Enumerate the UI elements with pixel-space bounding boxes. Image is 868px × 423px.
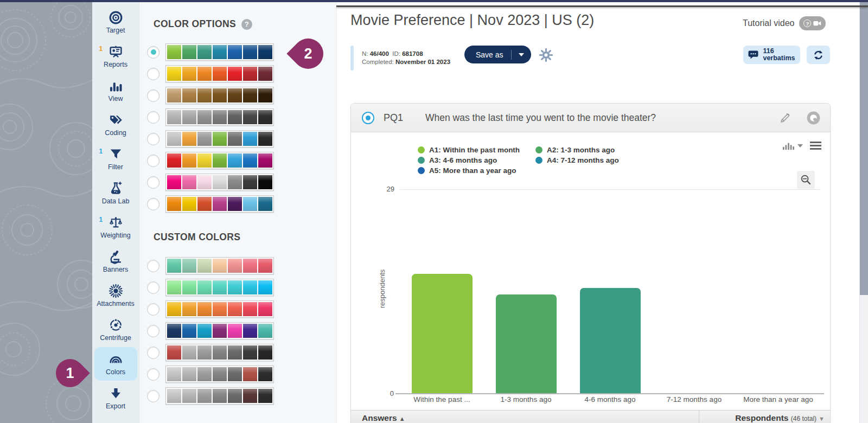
color-option-row-1[interactable] bbox=[147, 43, 274, 61]
color-option-radio-1[interactable] bbox=[147, 46, 159, 59]
color-swatch bbox=[228, 175, 242, 189]
color-option-row-3[interactable] bbox=[147, 86, 274, 105]
magnifier-minus-icon bbox=[800, 174, 812, 185]
sidebar-item-reports[interactable]: 1Reports bbox=[94, 40, 137, 73]
verbatims-button[interactable]: 116 verbatims bbox=[743, 46, 800, 64]
chevron-down-icon[interactable] bbox=[519, 53, 524, 56]
color-swatch bbox=[213, 197, 227, 211]
chevron-down-icon: ▼ bbox=[819, 415, 825, 422]
sidebar-item-weighting[interactable]: 1Weighting bbox=[94, 210, 137, 244]
legend-label: A5: More than a year ago bbox=[429, 166, 516, 175]
sidebar-item-view[interactable]: View bbox=[94, 74, 137, 107]
custom-color-radio-5[interactable] bbox=[147, 347, 159, 359]
sidebar-item-coding[interactable]: Coding bbox=[94, 108, 137, 142]
color-option-radio-4[interactable] bbox=[147, 111, 159, 124]
sidebar-item-filter[interactable]: 1Filter bbox=[94, 142, 137, 176]
vertical-scrollbar-track[interactable] bbox=[859, 2, 868, 423]
sidebar-item-attachments[interactable]: Attachments bbox=[94, 279, 137, 312]
sidebar-item-target[interactable]: Target bbox=[94, 5, 137, 39]
color-option-radio-5[interactable] bbox=[147, 133, 159, 145]
answers-sort-header[interactable]: Answers▲ bbox=[362, 413, 405, 423]
color-option-row-7[interactable] bbox=[147, 173, 274, 191]
color-option-radio-7[interactable] bbox=[147, 176, 159, 189]
color-swatch bbox=[258, 302, 272, 316]
color-swatch bbox=[197, 45, 212, 59]
centrifuge-target-icon[interactable] bbox=[805, 110, 822, 126]
color-swatch bbox=[228, 110, 242, 124]
color-swatch bbox=[243, 345, 257, 360]
color-swatch bbox=[228, 367, 242, 381]
custom-color-radio-2[interactable] bbox=[147, 281, 159, 294]
color-option-row-2[interactable] bbox=[147, 65, 274, 83]
zoom-out-button[interactable] bbox=[797, 171, 815, 189]
edit-pencil-icon[interactable] bbox=[779, 112, 792, 124]
color-option-radio-6[interactable] bbox=[147, 155, 159, 167]
color-swatch bbox=[167, 389, 181, 403]
respondents-header[interactable]: Respondents (46 total)▼ bbox=[735, 413, 825, 423]
custom-color-radio-1[interactable] bbox=[147, 260, 159, 272]
custom-color-radio-3[interactable] bbox=[147, 303, 159, 316]
top-gridline bbox=[400, 189, 820, 190]
question-radio[interactable] bbox=[362, 112, 374, 124]
color-option-radio-3[interactable] bbox=[147, 89, 159, 102]
custom-color-row-3[interactable] bbox=[147, 300, 274, 318]
color-swatch bbox=[258, 197, 272, 211]
color-option-row-6[interactable] bbox=[147, 151, 274, 170]
custom-color-radio-4[interactable] bbox=[147, 325, 159, 337]
x-axis-label: More than a year ago bbox=[736, 395, 820, 403]
custom-color-radio-6[interactable] bbox=[147, 368, 159, 381]
vertical-scrollbar-thumb[interactable] bbox=[860, 2, 868, 295]
sidebar-item-label: Colors bbox=[106, 368, 125, 376]
sidebar-item-export[interactable]: Export bbox=[94, 381, 137, 415]
sidebar-item-data-lab[interactable]: Data Lab bbox=[94, 176, 137, 210]
color-option-radio-8[interactable] bbox=[147, 198, 159, 210]
custom-color-row-7[interactable] bbox=[147, 387, 274, 405]
y-axis-label: respondents bbox=[378, 265, 386, 313]
custom-colors-title-row: CUSTOM COLORS bbox=[154, 232, 240, 243]
sidebar-item-centrifuge[interactable]: Centrifuge bbox=[94, 313, 137, 347]
chart-menu-button[interactable] bbox=[810, 142, 821, 150]
sidebar-item-colors[interactable]: Colors bbox=[94, 347, 137, 381]
save-as-button[interactable]: Save as bbox=[464, 46, 531, 63]
custom-color-row-6[interactable] bbox=[147, 365, 274, 383]
color-swatch bbox=[213, 280, 227, 294]
color-swatch bbox=[213, 88, 227, 102]
color-swatch bbox=[197, 88, 212, 102]
legend-item: A1: Within the past month bbox=[418, 145, 535, 155]
custom-color-row-4[interactable] bbox=[147, 322, 274, 340]
color-swatch bbox=[182, 67, 196, 81]
color-swatch bbox=[228, 302, 242, 316]
tutorial-video-button[interactable]: Tutorial video ? bbox=[743, 16, 826, 30]
color-swatch bbox=[197, 389, 212, 403]
color-option-radio-2[interactable] bbox=[147, 68, 159, 80]
color-swatch bbox=[197, 302, 212, 316]
sidebar-badge: 1 bbox=[99, 216, 103, 223]
colors-icon bbox=[108, 352, 123, 367]
help-icon[interactable]: ? bbox=[241, 19, 252, 30]
custom-color-radio-7[interactable] bbox=[147, 390, 159, 402]
custom-colors-title: CUSTOM COLORS bbox=[154, 232, 240, 243]
legend-item: A5: More than a year ago bbox=[418, 165, 535, 176]
legend-label: A1: Within the past month bbox=[429, 146, 520, 154]
color-swatch bbox=[243, 259, 257, 273]
settings-button[interactable] bbox=[539, 48, 553, 62]
color-option-row-5[interactable] bbox=[147, 130, 274, 148]
sidebar-item-banners[interactable]: Banners bbox=[94, 245, 137, 278]
bar-2 bbox=[496, 294, 557, 393]
id-value: 681708 bbox=[402, 50, 423, 57]
weighting-icon bbox=[108, 215, 123, 230]
color-swatch bbox=[243, 132, 257, 146]
annotation-step-2-number: 2 bbox=[304, 46, 312, 62]
custom-color-row-5[interactable] bbox=[147, 343, 274, 362]
legend-dot-icon bbox=[535, 146, 542, 153]
color-option-row-8[interactable] bbox=[147, 195, 274, 213]
chart-type-selector[interactable] bbox=[782, 142, 803, 150]
centrifuge-icon bbox=[108, 318, 123, 332]
custom-color-row-1[interactable] bbox=[147, 257, 274, 275]
color-swatch bbox=[182, 153, 196, 168]
color-option-palette-6 bbox=[165, 152, 274, 169]
question-mark-icon: ? bbox=[803, 20, 811, 27]
custom-color-row-2[interactable] bbox=[147, 278, 274, 297]
color-option-row-4[interactable] bbox=[147, 108, 274, 126]
refresh-button[interactable] bbox=[807, 46, 830, 64]
